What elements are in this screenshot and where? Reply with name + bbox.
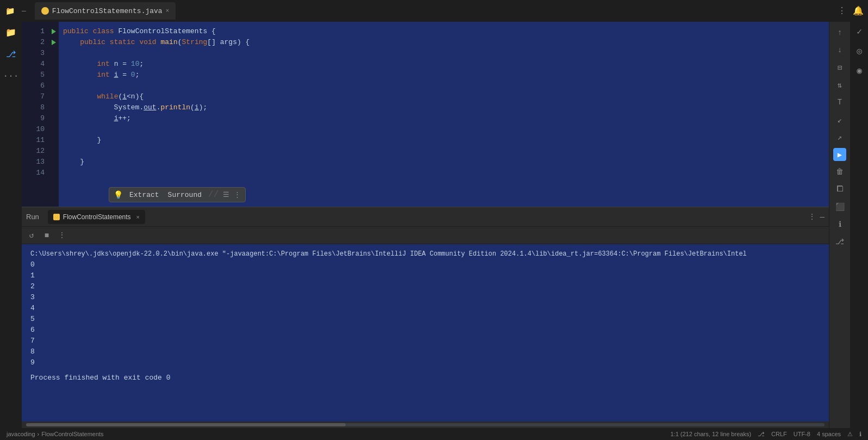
- scrollbar-track[interactable]: [26, 423, 825, 426]
- code-line-11: }: [59, 135, 829, 146]
- code-line-14: [59, 168, 829, 178]
- run-tools-sidebar: ↑ ↓ ⊟ ⇅ T ↙ ↗ ▶ 🗑 ⧠ ⬛ ℹ ⎇: [829, 22, 851, 428]
- text-icon[interactable]: T: [833, 96, 846, 109]
- restart-icon[interactable]: ↺: [26, 230, 37, 241]
- status-left: javacoding › FlowControlStatements: [7, 431, 104, 437]
- run-tab-file-icon: [53, 214, 60, 220]
- run-label: Run: [26, 213, 39, 221]
- editor-area: 1 2 3 4 5 6 7 8 9 10 11 12 13 14: [22, 22, 829, 428]
- checkmark-icon[interactable]: ✓: [857, 26, 862, 37]
- line-ending[interactable]: CRLF: [771, 431, 787, 437]
- code-content[interactable]: public class FlowControlStatements { pub…: [59, 22, 829, 207]
- plugin-icon[interactable]: ◉: [857, 65, 862, 76]
- git-branch-icon[interactable]: ⎇: [833, 235, 846, 248]
- run-active-icon[interactable]: ▶: [833, 148, 846, 161]
- console-output-6: 6: [30, 325, 820, 336]
- run-tab-bar: Run FlowControlStatements × ⋮ ―: [22, 207, 829, 227]
- title-bar: 📁 ― FlowControlStatements.java × ⋮ 🔔: [0, 0, 868, 22]
- code-line-7: while(i<n){: [59, 91, 829, 102]
- editor-tab[interactable]: FlowControlStatements.java ×: [35, 2, 176, 20]
- title-bar-dots: ―: [22, 7, 26, 15]
- code-line-3: [59, 48, 829, 59]
- console-output-9: 9: [30, 357, 820, 368]
- bulb-icon[interactable]: 💡: [114, 190, 123, 200]
- tooltip-separator: //: [208, 190, 218, 200]
- breadcrumb[interactable]: javacoding › FlowControlStatements: [7, 431, 104, 437]
- export-icon[interactable]: ↗: [833, 131, 846, 144]
- console-numbers: 0 1 2 3 4 5 6 7 8 9: [30, 259, 820, 368]
- console-output-4: 4: [30, 303, 820, 314]
- console-output-5: 5: [30, 314, 820, 325]
- delete-icon[interactable]: 🗑: [833, 165, 846, 178]
- code-line-1: public class FlowControlStatements {: [59, 26, 829, 37]
- run-arrow-2: [52, 40, 56, 45]
- import-icon[interactable]: ↙: [833, 113, 846, 126]
- copilot-icon[interactable]: ◎: [857, 46, 862, 57]
- notification-icon[interactable]: 🔔: [853, 5, 864, 16]
- console-output-3: 3: [30, 292, 820, 303]
- code-line-6: [59, 80, 829, 91]
- tooltip-more-icon[interactable]: ⋮: [234, 190, 241, 199]
- layers-icon[interactable]: ⧠: [833, 183, 846, 196]
- folder-icon[interactable]: 📁: [4, 5, 15, 16]
- floating-tooltip: 💡 Extract Surround // ☰ ⋮: [109, 187, 246, 202]
- tooltip-list-icon[interactable]: ☰: [223, 190, 229, 199]
- code-line-13: }: [59, 157, 829, 168]
- warn-icon[interactable]: ⚠: [847, 431, 853, 438]
- info-circle-icon[interactable]: ℹ: [833, 218, 846, 231]
- sidebar-icon-git[interactable]: ⎇: [4, 48, 17, 61]
- git-status-icon[interactable]: ⎇: [758, 431, 765, 438]
- run-panel: Run FlowControlStatements × ⋮ ― ↺ ■ ⋮: [22, 207, 829, 428]
- scroll-down-icon[interactable]: ↓: [833, 44, 846, 57]
- breadcrumb-project: javacoding: [7, 431, 35, 437]
- run-marker-spacer: [49, 48, 59, 178]
- run-tab-minimize-icon[interactable]: ―: [820, 213, 825, 221]
- tab-close-button[interactable]: ×: [166, 8, 170, 14]
- run-markers: [49, 22, 59, 207]
- sidebar-icon-folder[interactable]: 📁: [4, 26, 17, 39]
- run-tab-close[interactable]: ×: [136, 214, 140, 220]
- line-numbers: 1 2 3 4 5 6 7 8 9 10 11 12 13 14: [22, 22, 49, 207]
- run-toolbar: ↺ ■ ⋮: [22, 227, 829, 244]
- status-right: 1:1 (212 chars, 12 line breaks) ⎇ CRLF U…: [670, 431, 861, 438]
- code-line-2: public static void main(String[] args) {: [59, 37, 829, 48]
- console-output-2: 2: [30, 281, 820, 292]
- stop-icon[interactable]: ■: [41, 230, 52, 241]
- indent-setting[interactable]: 4 spaces: [817, 431, 841, 437]
- console-output-0: 0: [30, 259, 820, 270]
- right-sidebar: ✓ ◎ ◉: [851, 22, 868, 428]
- run-tab-more-icon[interactable]: ⋮: [808, 212, 816, 221]
- sidebar-icon-more[interactable]: ···: [4, 70, 17, 83]
- console-area[interactable]: C:\Users\shrey\.jdks\openjdk-22.0.2\bin\…: [22, 244, 829, 422]
- sort-icon[interactable]: ⇅: [833, 78, 846, 91]
- left-sidebar: 📁 ⎇ ···: [0, 22, 22, 428]
- java-file-icon: [41, 7, 49, 15]
- more-icon[interactable]: ⋮: [838, 5, 846, 16]
- run-tab-filename: FlowControlStatements: [63, 213, 131, 221]
- cursor-position: 1:1 (212 chars, 12 line breaks): [670, 431, 751, 437]
- code-line-9: i++;: [59, 113, 829, 124]
- info-icon[interactable]: ℹ: [859, 431, 861, 438]
- breadcrumb-file: FlowControlStatements: [41, 431, 103, 437]
- window-menu[interactable]: ―: [22, 7, 26, 15]
- title-bar-left: 📁 ― FlowControlStatements.java ×: [4, 2, 176, 20]
- terminal-icon[interactable]: ⬛: [833, 200, 846, 213]
- main-layout: 📁 ⎇ ··· 1 2 3 4 5 6 7 8 9 10 11 12 13 14: [0, 22, 868, 428]
- toolbar-more-icon[interactable]: ⋮: [57, 230, 67, 241]
- scroll-up-icon[interactable]: ↑: [833, 26, 846, 39]
- surround-button[interactable]: Surround: [166, 191, 204, 199]
- encoding[interactable]: UTF-8: [794, 431, 810, 437]
- run-tab-right: ⋮ ―: [808, 212, 825, 221]
- code-line-5: int i = 0;: [59, 70, 829, 80]
- code-line-10: [59, 124, 829, 135]
- filter-icon[interactable]: ⊟: [833, 61, 846, 74]
- code-panel[interactable]: 1 2 3 4 5 6 7 8 9 10 11 12 13 14: [22, 22, 829, 207]
- title-bar-right: ⋮ 🔔: [838, 5, 864, 16]
- tab-filename: FlowControlStatements.java: [52, 7, 163, 15]
- horizontal-scrollbar[interactable]: [22, 422, 829, 428]
- run-tab-item[interactable]: FlowControlStatements ×: [48, 210, 145, 224]
- console-command: C:\Users\shrey\.jdks\openjdk-22.0.2\bin\…: [30, 249, 820, 259]
- run-arrow-1: [52, 29, 56, 34]
- extract-button[interactable]: Extract: [127, 191, 161, 199]
- scrollbar-thumb[interactable]: [26, 423, 346, 426]
